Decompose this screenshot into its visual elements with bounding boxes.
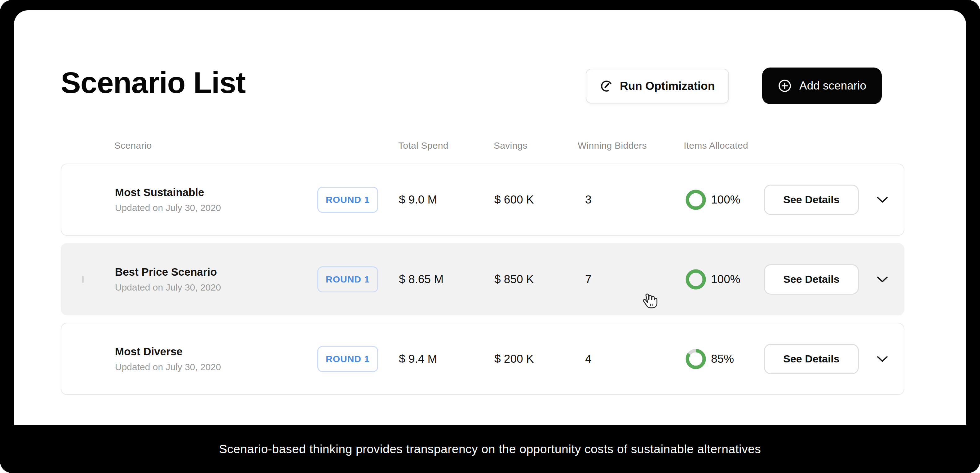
plus-circle-icon	[778, 79, 792, 93]
total-spend-value: $ 9.0 M	[399, 193, 437, 206]
column-header-winning-bidders: Winning Bidders	[578, 140, 647, 151]
column-header-savings: Savings	[494, 140, 528, 151]
scenario-row[interactable]: Most Diverse Updated on July 30, 2020 RO…	[61, 323, 904, 395]
row-checkbox[interactable]	[82, 276, 84, 283]
run-optimization-button[interactable]: Run Optimization	[586, 69, 729, 103]
add-scenario-button[interactable]: Add scenario	[762, 68, 882, 104]
caption-bar: Scenario-based thinking provides transpa…	[0, 425, 980, 473]
run-optimization-label: Run Optimization	[620, 79, 715, 93]
round-badge: ROUND 1	[317, 187, 378, 213]
allocation-ring-icon	[686, 349, 706, 369]
gauge-icon	[600, 79, 613, 93]
round-badge: ROUND 1	[317, 346, 378, 372]
column-header-scenario: Scenario	[115, 140, 152, 151]
scenario-name: Most Sustainable	[115, 186, 317, 198]
savings-value: $ 600 K	[494, 193, 534, 206]
page-title: Scenario List	[61, 65, 245, 101]
chevron-down-icon[interactable]	[877, 276, 888, 283]
scenario-updated-date: Updated on July 30, 2020	[115, 362, 317, 372]
see-details-button[interactable]: See Details	[764, 344, 859, 374]
savings-value: $ 200 K	[494, 352, 534, 365]
see-details-button[interactable]: See Details	[764, 185, 859, 215]
allocation-ring-icon	[686, 190, 706, 210]
scenario-updated-date: Updated on July 30, 2020	[115, 282, 317, 293]
chevron-down-icon[interactable]	[877, 197, 888, 203]
items-allocated-percent: 100%	[711, 193, 740, 206]
scenario-row[interactable]: Most Sustainable Updated on July 30, 202…	[61, 163, 904, 236]
scenario-list-panel: Scenario List Run Optimization Add scena…	[14, 10, 966, 425]
see-details-button[interactable]: See Details	[764, 264, 859, 295]
savings-value: $ 850 K	[494, 273, 534, 286]
scenario-cards: Most Sustainable Updated on July 30, 202…	[61, 163, 904, 402]
items-allocated-percent: 100%	[711, 273, 740, 286]
winning-bidders-value: 4	[585, 352, 592, 365]
chevron-down-icon[interactable]	[877, 356, 888, 362]
scenario-name: Best Price Scenario	[115, 266, 317, 278]
round-badge: ROUND 1	[317, 267, 378, 292]
scenario-name: Most Diverse	[115, 345, 317, 358]
caption-text: Scenario-based thinking provides transpa…	[219, 442, 761, 456]
winning-bidders-value: 3	[585, 193, 592, 206]
add-scenario-label: Add scenario	[799, 79, 866, 92]
column-header-items-allocated: Items Allocated	[684, 140, 748, 151]
items-allocated-percent: 85%	[711, 352, 734, 365]
allocation-ring-icon	[686, 269, 706, 290]
scenario-row[interactable]: Best Price Scenario Updated on July 30, …	[61, 243, 904, 315]
scenario-updated-date: Updated on July 30, 2020	[115, 203, 317, 213]
screenshot-frame: Scenario List Run Optimization Add scena…	[0, 0, 980, 473]
winning-bidders-value: 7	[585, 273, 592, 286]
total-spend-value: $ 9.4 M	[399, 352, 437, 365]
column-header-total-spend: Total Spend	[398, 140, 449, 151]
total-spend-value: $ 8.65 M	[399, 273, 444, 286]
